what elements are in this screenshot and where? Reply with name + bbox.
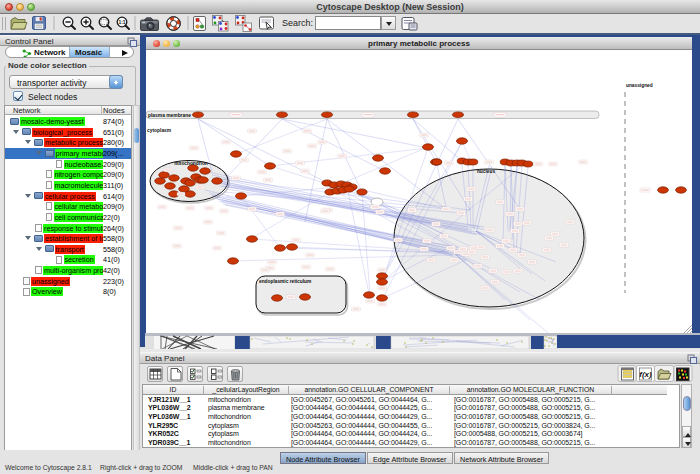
svg-text:nucleus: nucleus <box>477 169 495 174</box>
svg-text:f(x): f(x) <box>639 370 652 379</box>
svg-text:plasma membrane: plasma membrane <box>148 113 191 118</box>
svg-text:endoplasmic reticulum: endoplasmic reticulum <box>259 279 311 284</box>
svg-text:mitochondrion: mitochondrion <box>174 161 208 166</box>
svg-text:Search:: Search: <box>282 18 313 28</box>
svg-text:1:1: 1:1 <box>118 19 125 25</box>
svg-text:cytoplasm: cytoplasm <box>147 128 172 133</box>
svg-text:unassigned: unassigned <box>626 83 653 88</box>
